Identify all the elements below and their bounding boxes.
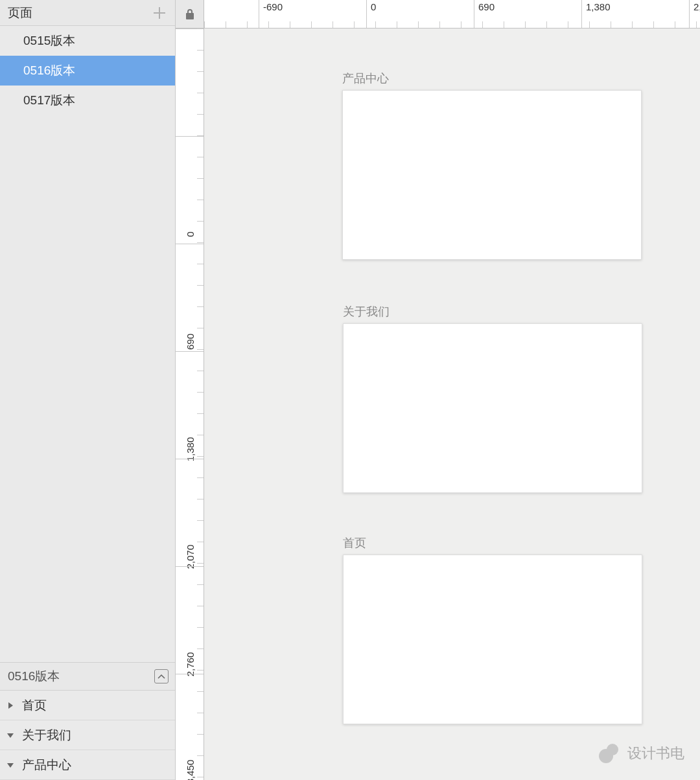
pages-panel-title: 页面 [6, 5, 32, 21]
ruler-v-tick [176, 29, 204, 136]
ruler-v-minor [197, 648, 204, 649]
ruler-v-minor [197, 328, 204, 328]
ruler-h-minor [204, 21, 205, 28]
ruler-v-minor [197, 477, 204, 478]
triangle-down-icon [5, 760, 16, 770]
ruler-v-minor [197, 306, 204, 307]
ruler-corner[interactable] [176, 0, 204, 29]
ruler-v-minor [197, 221, 204, 222]
page-item-label: 0517版本 [23, 92, 75, 109]
add-page-button[interactable] [150, 4, 169, 22]
ruler-v-minor [197, 542, 204, 542]
ruler-v-minor [197, 93, 204, 93]
ruler-h-minor [354, 21, 355, 28]
overview-button[interactable] [154, 669, 169, 683]
pages-gap [0, 115, 175, 662]
ruler-h-minor [568, 21, 568, 28]
artboard[interactable] [343, 323, 642, 493]
ruler-v-minor [197, 157, 204, 157]
layers-panel-header: 0516版本 [0, 662, 175, 691]
ruler-h-tick: -690 [259, 0, 283, 28]
ruler-h-minor [226, 21, 226, 28]
ruler-h-minor [546, 21, 547, 28]
triangle-down-icon [5, 730, 16, 740]
artboard-group[interactable]: 首页 [343, 535, 642, 724]
ruler-h-minor [632, 21, 633, 28]
page-item-0517[interactable]: 0517版本 [0, 86, 175, 115]
triangle-right-icon [5, 700, 16, 711]
layers-panel-title: 0516版本 [8, 668, 60, 685]
workspace: -69006901,3802, 06901,3802,0702,7603,450… [176, 0, 700, 780]
canvas[interactable]: 产品中心关于我们首页 [204, 29, 700, 780]
ruler-h-minor [332, 21, 333, 28]
ruler-h-minor [482, 21, 483, 28]
watermark-text: 设计书电 [627, 744, 684, 763]
wechat-icon [599, 742, 621, 764]
ruler-h-tick: 2, [689, 0, 700, 28]
ruler-h-minor [696, 21, 697, 28]
ruler-v-minor [197, 713, 204, 713]
ruler-v-minor [197, 584, 204, 585]
layer-label: 首页 [22, 697, 47, 714]
ruler-v-minor [197, 392, 204, 393]
artboard[interactable] [343, 555, 642, 724]
ruler-horizontal[interactable]: -69006901,3802, [204, 0, 700, 29]
layer-row-products[interactable]: 产品中心 [0, 750, 175, 780]
layer-label: 产品中心 [22, 757, 71, 774]
ruler-v-minor [197, 200, 204, 200]
ruler-v-minor [197, 456, 204, 457]
ruler-v-minor [197, 29, 204, 29]
layer-row-home[interactable]: 首页 [0, 691, 175, 720]
ruler-v-tick: 3,450 [176, 674, 204, 780]
page-item-label: 0516版本 [23, 62, 75, 79]
artboard-label[interactable]: 关于我们 [343, 304, 642, 319]
ruler-v-minor [197, 50, 204, 51]
ruler-h-minor [653, 21, 654, 28]
watermark: 设计书电 [599, 742, 684, 764]
artboard-label[interactable]: 首页 [343, 535, 642, 551]
artboard-group[interactable]: 产品中心 [342, 71, 642, 260]
page-item-label: 0515版本 [23, 32, 75, 49]
ruler-v-minor [197, 670, 204, 671]
ruler-h-minor [290, 21, 290, 28]
ruler-h-minor [311, 21, 312, 28]
ruler-h-minor [461, 21, 461, 28]
ruler-h-minor [589, 21, 590, 28]
page-item-0515[interactable]: 0515版本 [0, 26, 175, 56]
artboard-label[interactable]: 产品中心 [342, 71, 642, 86]
layer-row-about[interactable]: 关于我们 [0, 720, 175, 750]
ruler-v-minor [197, 627, 204, 628]
ruler-h-minor [675, 21, 675, 28]
page-item-0516[interactable]: 0516版本 [0, 56, 175, 86]
artboard[interactable] [342, 90, 642, 260]
ruler-h-minor [247, 21, 248, 28]
ruler-v-tick: 690 [176, 244, 204, 351]
ruler-vertical[interactable]: 06901,3802,0702,7603,450 [176, 29, 204, 780]
ruler-h-minor [439, 21, 440, 28]
ruler-v-tick: 1,380 [176, 351, 204, 459]
ruler-h-tick: 690 [474, 0, 495, 28]
lock-icon [185, 8, 195, 20]
ruler-v-minor [197, 691, 204, 692]
ruler-v-minor [197, 285, 204, 286]
ruler-v-tick: 2,760 [176, 566, 204, 674]
ruler-v-minor [197, 435, 204, 435]
ruler-h-minor [525, 21, 526, 28]
ruler-v-minor [197, 349, 204, 350]
artboard-group[interactable]: 关于我们 [343, 304, 642, 493]
ruler-v-minor [197, 242, 204, 243]
ruler-v-minor [197, 114, 204, 115]
pages-list: 0515版本 0516版本 0517版本 [0, 26, 175, 115]
ruler-v-minor [197, 563, 204, 564]
ruler-h-minor [611, 21, 611, 28]
chevron-up-icon [158, 674, 165, 679]
ruler-v-minor [197, 734, 204, 735]
ruler-v-tick: 0 [176, 136, 204, 244]
pages-panel-header: 页面 [0, 0, 175, 26]
ruler-v-minor [197, 371, 204, 371]
ruler-v-tick: 2,070 [176, 459, 204, 566]
ruler-v-minor [197, 520, 204, 521]
sidebar: 页面 0515版本 0516版本 0517版本 0516版本 首页 关于我们 产… [0, 0, 176, 780]
ruler-h-minor [418, 21, 419, 28]
ruler-h-minor [375, 21, 376, 28]
